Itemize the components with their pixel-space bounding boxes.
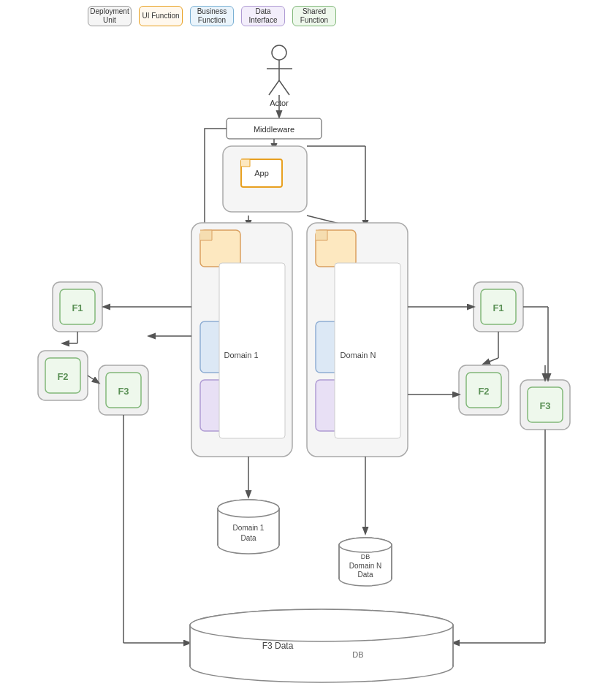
left-f2-label: F2 [57, 371, 68, 382]
middleware-label: Middleware [254, 125, 294, 134]
svg-text:Data: Data [240, 534, 256, 542]
svg-line-4 [279, 80, 289, 95]
main-svg: Actor Middleware App [0, 0, 616, 686]
svg-text:Domain N: Domain N [349, 562, 381, 570]
left-f3-label: F3 [118, 386, 129, 397]
svg-point-64 [339, 538, 392, 552]
domainN-db-label: DB [361, 553, 370, 560]
right-f2-label: F2 [478, 386, 489, 397]
f3-data-label: F3 Data [262, 641, 294, 651]
domainN-label: Domain N [341, 351, 376, 359]
domain1-label: Domain 1 [224, 351, 258, 359]
svg-line-39 [88, 376, 99, 383]
svg-line-3 [269, 80, 279, 95]
diagram-container: Deployment Unit UI Function Business Fun… [0, 0, 616, 686]
domain1-data-label: Domain 1 [233, 524, 265, 532]
svg-point-77 [190, 609, 453, 641]
right-f3-label: F3 [539, 400, 550, 411]
left-f1-label: F1 [72, 302, 83, 313]
db-label-large: DB [352, 650, 363, 659]
svg-point-56 [218, 500, 279, 517]
right-f1-label: F1 [493, 302, 503, 313]
svg-text:Data: Data [357, 571, 373, 579]
svg-line-43 [484, 358, 498, 364]
svg-point-0 [272, 45, 286, 60]
app-label: App [254, 169, 269, 178]
